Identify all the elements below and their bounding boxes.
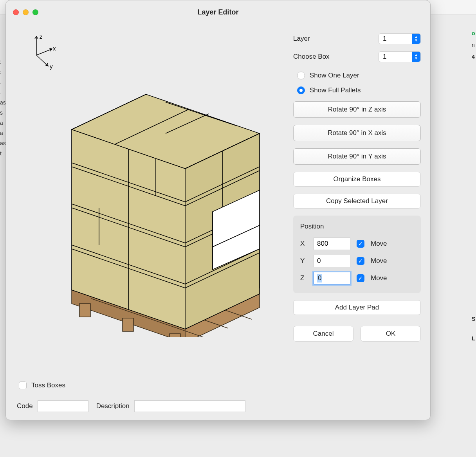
svg-rect-13 [123, 318, 133, 331]
cancel-button[interactable]: Cancel [293, 326, 353, 342]
position-group-title: Position [300, 223, 414, 230]
pallet-3d-viewport[interactable]: z x y [17, 28, 282, 375]
toss-boxes-checkbox[interactable] [19, 381, 27, 389]
show-full-pallets-radio-row[interactable]: Show Full Pallets [293, 86, 421, 94]
svg-rect-14 [169, 334, 180, 337]
rotate-x-button[interactable]: Rotate 90° in X axis [293, 125, 421, 141]
code-label: Code [17, 402, 33, 410]
svg-line-2 [36, 49, 52, 55]
window-title: Layer Editor [6, 8, 430, 16]
svg-rect-12 [79, 304, 90, 317]
position-z-input[interactable]: 0 [314, 272, 350, 284]
svg-text:z: z [40, 35, 43, 40]
titlebar: Layer Editor [6, 0, 430, 24]
move-x-label: Move [371, 240, 387, 248]
position-z-label: Z [300, 274, 307, 282]
pallet-illustration-icon [48, 71, 267, 337]
move-y-checkbox[interactable]: ✓ [357, 257, 364, 265]
radio-icon [297, 72, 305, 79]
zoom-icon[interactable] [32, 9, 38, 15]
move-y-label: Move [371, 257, 387, 265]
minimize-icon[interactable] [23, 9, 29, 15]
stepper-arrows-icon: ▲▼ [412, 34, 420, 44]
rotate-z-button[interactable]: Rotate 90° in Z axis [293, 101, 421, 118]
move-x-checkbox[interactable]: ✓ [357, 240, 364, 248]
choose-box-value: 1 [379, 53, 412, 61]
toss-boxes-label: Toss Boxes [31, 381, 65, 389]
backdrop-left-strip: ::.. assaaast [0, 59, 4, 160]
organize-boxes-button[interactable]: Organize Boxes [293, 172, 421, 187]
show-one-layer-label: Show One Layer [310, 72, 359, 79]
svg-text:x: x [53, 45, 56, 52]
show-full-pallets-label: Show Full Pallets [310, 86, 361, 94]
position-y-input[interactable] [314, 255, 350, 267]
ok-button[interactable]: OK [361, 326, 421, 342]
backdrop-right-strip: on4 S L [472, 27, 475, 344]
description-input[interactable] [134, 400, 245, 412]
move-z-label: Move [371, 274, 387, 282]
window-traffic-lights[interactable] [13, 9, 38, 15]
add-layer-pad-button[interactable]: Add Layer Pad [293, 300, 421, 315]
layer-editor-window: Layer Editor z x y [5, 0, 431, 420]
choose-box-label: Choose Box [293, 53, 330, 61]
layer-select[interactable]: 1 ▲▼ [379, 33, 421, 44]
position-y-label: Y [300, 257, 307, 265]
close-icon[interactable] [13, 9, 19, 15]
description-label: Description [96, 402, 130, 410]
svg-text:y: y [50, 63, 53, 70]
svg-line-4 [36, 55, 48, 66]
layer-select-value: 1 [379, 35, 412, 43]
position-group: Position X ✓ Move Y ✓ Move Z 0 [293, 216, 421, 293]
position-x-input[interactable] [314, 237, 350, 250]
code-input[interactable] [38, 400, 88, 412]
choose-box-select[interactable]: 1 ▲▼ [379, 51, 421, 62]
copy-selected-layer-button[interactable]: Copy Selected Layer [293, 194, 421, 209]
axes-indicator-icon: z x y [28, 35, 59, 70]
radio-selected-icon [297, 86, 305, 94]
rotate-y-button[interactable]: Rotate 90° in Y axis [293, 148, 421, 165]
layer-label: Layer [293, 35, 310, 43]
show-one-layer-radio-row[interactable]: Show One Layer [293, 72, 421, 79]
position-x-label: X [300, 240, 307, 248]
stepper-arrows-icon: ▲▼ [412, 52, 420, 62]
move-z-checkbox[interactable]: ✓ [357, 274, 364, 282]
